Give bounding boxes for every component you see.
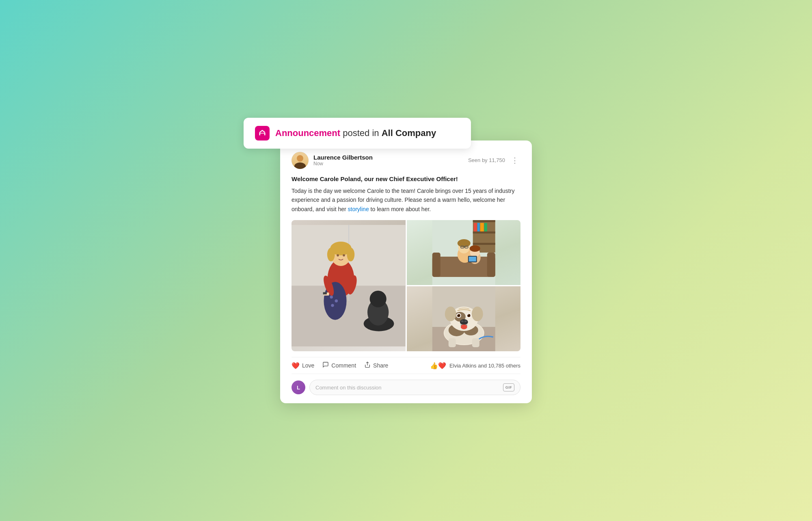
- heart-icon: ❤️: [292, 362, 300, 370]
- image-woman-presenting[interactable]: [292, 220, 406, 351]
- image-dog[interactable]: [407, 286, 521, 351]
- post-author: Laurence Gilbertson Now: [292, 152, 373, 169]
- comment-label: Comment: [331, 362, 356, 369]
- svg-point-7: [331, 304, 334, 307]
- svg-point-17: [343, 254, 345, 257]
- post-meta-right: Seen by 11,750 ⋮: [468, 155, 520, 166]
- svg-rect-29: [484, 223, 487, 231]
- comment-button[interactable]: Comment: [322, 361, 356, 370]
- svg-point-14: [327, 248, 335, 262]
- love-button[interactable]: ❤️ Love: [292, 362, 314, 370]
- svg-point-35: [457, 239, 470, 247]
- reactor-text: Elvia Atkins and 10,785 others: [449, 363, 520, 369]
- comment-icon: [322, 361, 329, 370]
- comment-input-wrapper[interactable]: Comment on this discussion GIF: [309, 380, 520, 395]
- svg-rect-32: [487, 253, 495, 277]
- commenter-avatar: L: [292, 380, 305, 394]
- svg-point-16: [337, 254, 339, 257]
- svg-point-65: [460, 324, 467, 329]
- svg-point-62: [460, 319, 468, 325]
- svg-point-20: [370, 291, 387, 307]
- reaction-bar: ❤️ Love Comment: [292, 357, 520, 374]
- svg-rect-26: [473, 223, 477, 231]
- svg-point-63: [461, 320, 463, 322]
- svg-point-67: [471, 307, 483, 321]
- announcement-icon: [255, 126, 270, 141]
- svg-rect-31: [432, 253, 440, 277]
- svg-rect-28: [480, 223, 484, 231]
- love-label: Love: [302, 362, 314, 369]
- svg-rect-50: [448, 338, 456, 347]
- post-card: Laurence Gilbertson Now Seen by 11,750 ⋮…: [280, 141, 532, 403]
- avatar: [292, 152, 309, 169]
- svg-rect-51: [472, 338, 479, 347]
- storyline-link[interactable]: storyline: [348, 206, 369, 212]
- svg-point-66: [445, 307, 456, 321]
- svg-rect-27: [477, 223, 479, 231]
- post-body: Today is the day we welcome Carole to th…: [292, 186, 520, 214]
- svg-point-61: [467, 314, 468, 315]
- svg-rect-43: [469, 257, 476, 262]
- svg-rect-11: [323, 292, 327, 294]
- author-name: Laurence Gilbertson: [313, 154, 373, 161]
- svg-point-15: [347, 248, 355, 262]
- svg-rect-24: [473, 231, 495, 233]
- svg-point-41: [469, 245, 480, 252]
- author-info: Laurence Gilbertson Now: [313, 154, 373, 166]
- reaction-summary: 👍❤️ Elvia Atkins and 10,785 others: [430, 362, 520, 370]
- reaction-emojis: 👍❤️: [430, 362, 446, 370]
- reaction-actions: ❤️ Love Comment: [292, 361, 388, 370]
- image-grid: [292, 220, 520, 351]
- post-header: Laurence Gilbertson Now Seen by 11,750 ⋮: [292, 152, 520, 169]
- post-title: Welcome Carole Poland, our new Chief Exe…: [292, 175, 520, 182]
- more-options-button[interactable]: ⋮: [509, 155, 520, 166]
- announcement-banner: Announcement posted in All Company: [244, 118, 471, 149]
- share-label: Share: [373, 362, 388, 369]
- svg-rect-25: [473, 243, 495, 245]
- share-button[interactable]: Share: [364, 361, 388, 370]
- comment-area: L Comment on this discussion GIF: [292, 380, 520, 395]
- gif-button[interactable]: GIF: [503, 383, 514, 391]
- seen-by-count: Seen by 11,750: [468, 157, 505, 163]
- svg-point-5: [330, 296, 333, 298]
- post-time: Now: [313, 161, 373, 166]
- svg-point-57: [457, 314, 458, 315]
- image-family[interactable]: [407, 220, 521, 285]
- svg-point-6: [335, 299, 338, 302]
- announcement-text: Announcement posted in All Company: [275, 128, 436, 138]
- share-icon: [364, 361, 371, 370]
- svg-rect-23: [473, 220, 495, 222]
- comment-placeholder: Comment on this discussion: [315, 385, 382, 391]
- svg-point-64: [464, 320, 466, 322]
